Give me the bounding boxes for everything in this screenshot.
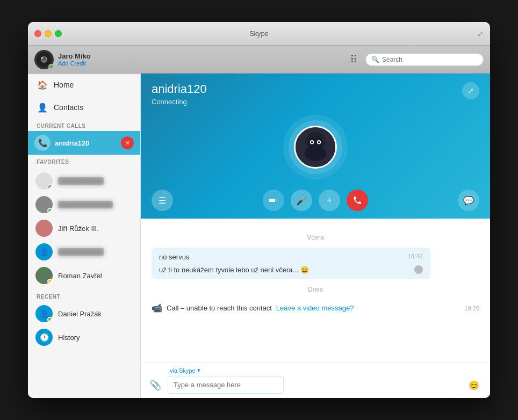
current-call-item[interactable]: 📞 anidria120 ✕ [28,131,140,155]
svg-point-9 [311,141,313,143]
message-row: no servus 18:42 [159,253,423,261]
end-call-button[interactable]: ✕ [121,136,134,149]
message-bubble: no servus 18:42 už ti to neukážem tyvole… [152,248,430,279]
avatar [35,220,53,237]
recent-label: RECENT [28,289,140,302]
add-participants-button[interactable]: + [319,190,340,211]
call-log-entry: 📹 Call – unable to reach this contact Le… [152,300,479,316]
list-item[interactable]: ██████████ [28,169,140,193]
fav-name-blurred: ██████████ [58,248,104,256]
day-separator-vcera: Včera [152,234,479,241]
svg-point-10 [318,141,320,143]
avatar: 👤 [35,305,53,322]
call-panel: anidria120 Connecting ⤢ [141,74,490,219]
avatar [35,267,53,284]
history-label: History [58,334,80,342]
app-window: Skype ⤢ Jaro Miko [28,22,490,398]
message-time: 18:42 [408,253,423,259]
maximize-button[interactable] [55,30,62,37]
contact-icon: 👤 [40,309,49,318]
list-item[interactable]: ████████████ [28,193,140,216]
via-dropdown-icon[interactable]: ▾ [197,367,200,374]
status-dot [47,184,53,190]
avatar [35,196,53,213]
avatar-image [296,127,335,167]
via-label: via Skype ▾ [170,367,484,374]
home-icon: 🏠 [37,79,48,91]
video-call-icon: 📹 [152,303,162,313]
list-item[interactable]: Jiří Růžek III. [28,216,140,240]
emoji-button[interactable]: 😊 [469,380,479,390]
pulse-outer [283,115,348,179]
search-input[interactable] [382,56,478,63]
message-input[interactable] [168,376,284,394]
input-area: via Skype ▾ 📎 😊 [141,362,490,398]
minimize-button[interactable] [45,30,52,37]
mute-video-button[interactable] [263,190,284,211]
message-row-2: už ti to neukážem tyvole lebo už neni vč… [159,263,423,274]
nav-home-label: Home [54,81,74,89]
message-text: no servus [159,253,189,261]
menu-button[interactable]: ☰ [152,190,173,211]
day-separator-dnes: Dnes [152,286,479,293]
fav-name: Jiří Růžek III. [58,225,99,233]
favorites-label: FAVORITES [28,155,140,167]
svg-point-3 [41,57,42,59]
call-header: anidria120 Connecting ⤢ [141,74,490,110]
user-text: Jaro Miko Add Credit [58,52,91,67]
expand-button[interactable]: ⤢ [462,82,479,99]
add-credit-link[interactable]: Add Credit [58,60,91,67]
status-dot [47,279,53,284]
sidebar-item-history[interactable]: 🕐 History [28,325,140,349]
call-info: anidria120 Connecting [152,82,207,106]
end-call-icon [352,195,362,205]
mute-audio-button[interactable]: 🎤 [291,190,312,211]
current-calls-label: CURRENT CALLS [28,119,140,131]
contact-icon: 👤 [40,248,49,256]
fav-name-blurred: ████████████ [58,201,113,208]
status-dot [47,317,53,322]
call-log-text: Call – unable to reach this contact [167,304,272,312]
call-icon: 📞 [34,135,51,151]
grid-icon[interactable]: ⠿ [348,51,360,68]
window-controls [34,30,62,37]
list-item[interactable]: 👤 ██████████ [28,240,140,264]
input-wrapper: 😊 [168,376,484,394]
call-controls: ☰ 🎤 + [141,184,490,219]
list-item[interactable]: Roman Zavřel [28,264,140,287]
search-box[interactable]: 🔍 [365,53,484,66]
avatar: 🕐 [35,329,53,346]
close-button[interactable] [34,30,41,37]
status-dot [47,208,53,213]
current-call-name: anidria120 [55,139,117,147]
sidebar-item-daniel[interactable]: 👤 Daniel Pražák [28,302,140,325]
contact-avatar [294,126,337,169]
end-call-button[interactable] [347,190,368,211]
call-avatar-area [141,110,490,184]
nav-home[interactable]: 🏠 Home [28,74,140,96]
avatar [35,172,53,190]
recent-name: Daniel Pražák [58,310,102,318]
user-info: Jaro Miko Add Credit [34,50,91,69]
svg-point-6 [307,135,323,151]
sidebar: 🏠 Home 👤 Contacts CURRENT CALLS 📞 anidri… [28,74,141,398]
via-skype-text: via Skype [170,367,196,374]
video-icon [269,195,278,205]
pulse-inner [289,120,342,174]
expand-icon[interactable]: ⤢ [477,30,484,38]
nav-contacts[interactable]: 👤 Contacts [28,96,140,119]
avatar-container [34,50,54,69]
chat-area: anidria120 Connecting ⤢ [141,74,490,398]
window-title: Skype [249,30,269,38]
titlebar: Skype ⤢ [28,22,490,46]
favorites-list: ██████████ ████████████ Jiří Růžek III. [28,167,140,289]
history-icon: 🕐 [40,333,49,342]
attachment-button[interactable]: 📎 [147,377,163,393]
input-row: 📎 😊 [147,376,484,394]
call-contact-name: anidria120 [152,82,207,96]
chat-button[interactable]: 💬 [458,190,479,211]
search-icon: 🔍 [371,56,379,63]
leave-video-message-link[interactable]: Leave a video message? [276,304,354,312]
fav-name: Roman Zavřel [58,272,102,280]
fav-name-blurred: ██████████ [58,177,104,185]
